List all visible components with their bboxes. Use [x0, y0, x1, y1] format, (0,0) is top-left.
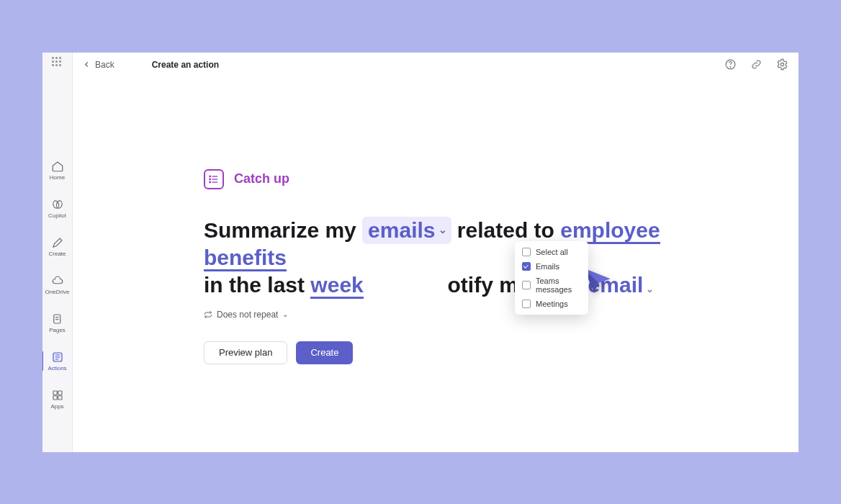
repeat-label: Does not repeat: [217, 310, 278, 320]
nav-home[interactable]: Home: [42, 158, 72, 183]
token-period[interactable]: week: [310, 273, 363, 299]
svg-rect-8: [53, 395, 57, 399]
gear-icon: [776, 58, 788, 71]
page-title: Create an action: [152, 60, 219, 70]
sentence-text: Summarize my: [204, 218, 362, 242]
create-button[interactable]: Create: [296, 341, 353, 364]
left-rail: Home Copilot Create OneDrive Pages Actio…: [42, 53, 73, 452]
nav-label: Actions: [48, 365, 66, 372]
link-icon: [750, 58, 763, 71]
nav-apps[interactable]: Apps: [42, 387, 72, 412]
preview-plan-button[interactable]: Preview plan: [204, 341, 287, 364]
catchup-label: Catch up: [234, 171, 289, 186]
nav-label: Create: [48, 251, 66, 257]
content: Catch up Summarize my emails⌄ related to…: [73, 77, 799, 364]
back-label: Back: [95, 60, 114, 70]
nav-pages[interactable]: Pages: [42, 310, 72, 336]
chevron-down-icon: ⌄: [646, 284, 654, 294]
svg-rect-6: [53, 391, 57, 395]
pages-icon: [51, 312, 64, 325]
nav-actions[interactable]: Actions: [42, 348, 72, 374]
nav-label: OneDrive: [45, 289, 70, 295]
nav-label: Pages: [49, 327, 66, 333]
actions-icon: [51, 351, 64, 364]
nav-label: Home: [50, 174, 65, 181]
dropdown-item-emails[interactable]: Emails: [515, 259, 588, 274]
checkbox[interactable]: [522, 262, 531, 271]
svg-point-17: [210, 179, 211, 180]
copilot-icon: [51, 198, 64, 211]
nav-onedrive[interactable]: OneDrive: [42, 272, 72, 297]
sentence-text: related to: [451, 218, 561, 242]
svg-point-18: [210, 181, 211, 183]
home-icon: [51, 160, 64, 173]
help-button[interactable]: [724, 58, 737, 71]
checkbox[interactable]: [522, 300, 531, 308]
apps-icon: [51, 389, 64, 402]
token-channel[interactable]: email: [588, 273, 644, 297]
sentence-text: in the last: [204, 273, 310, 297]
sentence-wrap: Summarize my emails⌄ related to employee…: [204, 217, 799, 300]
app-launcher-icon[interactable]: [52, 57, 63, 68]
dropdown-item-selectall[interactable]: Select all: [515, 245, 588, 259]
svg-rect-7: [58, 391, 61, 395]
catchup-icon: [204, 169, 224, 189]
svg-point-11: [730, 67, 731, 68]
chevron-down-icon: ⌄: [439, 224, 447, 237]
emails-dropdown: Select all Emails Teams messages Meeting…: [515, 241, 588, 315]
checkbox[interactable]: [522, 248, 531, 256]
svg-point-12: [781, 63, 783, 66]
nav-copilot[interactable]: Copilot: [42, 196, 72, 221]
cloud-icon: [51, 274, 64, 287]
action-type-header: Catch up: [204, 169, 799, 189]
help-icon: [724, 58, 737, 71]
token-emails[interactable]: emails⌄: [362, 217, 451, 244]
pencil-icon: [51, 236, 64, 249]
dropdown-item-meetings[interactable]: Meetings: [515, 297, 588, 311]
nav-create[interactable]: Create: [42, 234, 72, 259]
app-frame: Home Copilot Create OneDrive Pages Actio…: [42, 53, 799, 452]
svg-point-16: [210, 176, 211, 177]
repeat-icon: [204, 310, 212, 319]
link-button[interactable]: [750, 58, 763, 71]
nav-label: Apps: [50, 403, 63, 410]
repeat-selector[interactable]: Does not repeat ⌄: [204, 310, 799, 320]
chevron-left-icon: [83, 60, 91, 68]
top-bar: Back Create an action: [73, 53, 799, 77]
checkbox[interactable]: [522, 281, 531, 289]
dropdown-item-teams[interactable]: Teams messages: [515, 274, 588, 297]
svg-rect-2: [53, 315, 60, 323]
action-sentence: Summarize my emails⌄ related to employee…: [204, 217, 708, 300]
nav-label: Copilot: [48, 212, 66, 219]
settings-button[interactable]: [775, 58, 788, 71]
svg-point-0: [52, 199, 59, 208]
button-row: Preview plan Create: [204, 341, 799, 364]
main-area: Back Create an action Catch up: [73, 53, 799, 452]
back-button[interactable]: Back: [83, 60, 114, 70]
chevron-down-icon: ⌄: [282, 310, 288, 318]
svg-point-1: [55, 199, 63, 208]
svg-rect-9: [58, 395, 61, 399]
